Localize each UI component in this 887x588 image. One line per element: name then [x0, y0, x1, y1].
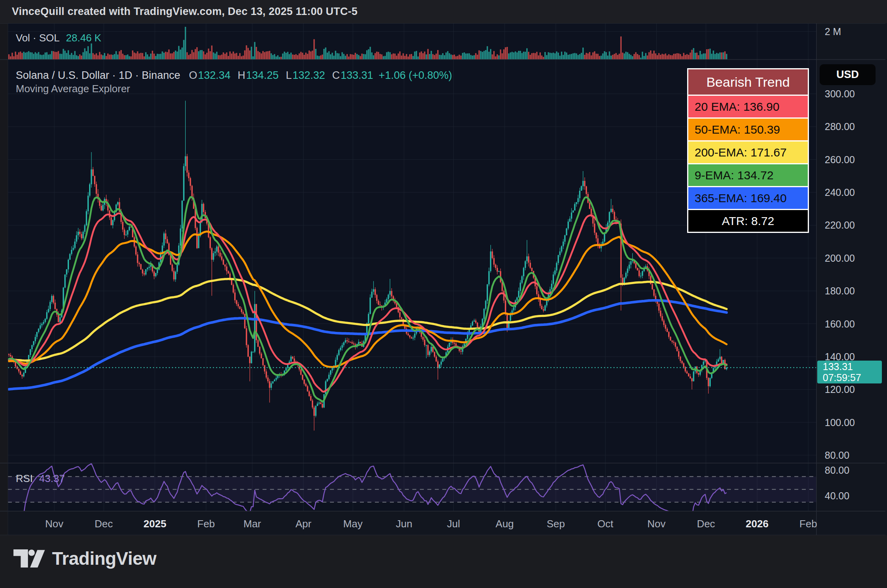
tradingview-logo[interactable]: TradingView	[13, 548, 157, 569]
trend-title: Bearish Trend	[688, 69, 808, 95]
footer-bar: TradingView	[0, 535, 887, 588]
legend-row: 200-EMA: 171.67	[688, 141, 808, 163]
last-price-badge: 133.31 07:59:57	[817, 361, 882, 383]
legend-row: 365-EMA: 169.40	[688, 187, 808, 209]
tradingview-logo-text: TradingView	[52, 548, 157, 569]
bar-countdown: 07:59:57	[823, 372, 882, 383]
legend-row: 20 EMA: 136.90	[688, 96, 808, 117]
legend-row: ATR: 8.72	[688, 210, 808, 232]
currency-toggle-button[interactable]: USD	[820, 64, 876, 85]
legend-row: 50-EMA: 150.39	[688, 119, 808, 140]
tradingview-chart-window: VinceQuill created with TradingView.com,…	[0, 0, 887, 588]
last-price-value: 133.31	[823, 361, 882, 372]
trend-indicator-panel: Bearish Trend20 EMA: 136.9050-EMA: 150.3…	[687, 68, 809, 233]
tradingview-logo-icon	[13, 549, 45, 568]
attribution-bar: VinceQuill created with TradingView.com,…	[0, 0, 887, 23]
legend-row: 9-EMA: 134.72	[688, 164, 808, 186]
attribution-text: VinceQuill created with TradingView.com,…	[12, 6, 358, 18]
